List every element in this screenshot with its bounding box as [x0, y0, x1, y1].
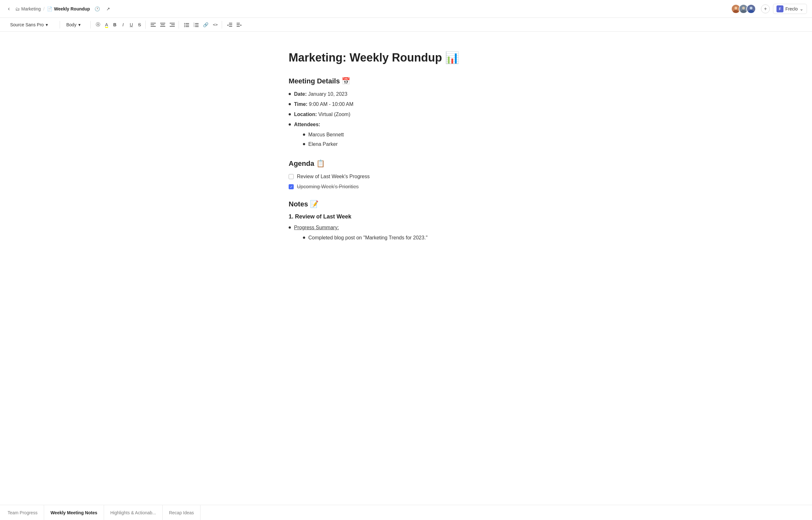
highlight-button[interactable]: A — [103, 21, 110, 29]
list-item: Elena Parker — [303, 140, 344, 148]
bold-button[interactable]: B — [111, 21, 119, 29]
tab-weekly-meeting-notes[interactable]: Weekly Meeting Notes — [44, 505, 104, 520]
list-item: Progress Summary: Completed blog post on… — [289, 224, 523, 243]
editor-area[interactable]: Marketing: Weekly Roundup 📊 Meeting Deta… — [0, 32, 812, 505]
review-subheading: 1. Review of Last Week — [289, 213, 523, 220]
link-button[interactable]: 🔗 — [201, 21, 210, 29]
topbar-right: + F Freclo ⌄ — [731, 4, 807, 14]
svg-rect-13 — [161, 24, 164, 25]
svg-rect-11 — [151, 26, 156, 27]
list-item-attendees: Attendees: Marcus Bennett Elena Parker — [289, 121, 523, 150]
breadcrumb-separator: / — [43, 6, 44, 11]
tab-recap-ideas[interactable]: Recap Ideas — [163, 505, 201, 520]
align-center-button[interactable] — [158, 21, 167, 29]
indent-group — [223, 21, 246, 29]
bullet-icon — [303, 237, 305, 239]
svg-point-4 — [742, 7, 745, 9]
back-button[interactable]: ‹ — [5, 4, 13, 13]
list-item: Marcus Bennett — [303, 131, 344, 138]
svg-rect-34 — [237, 23, 240, 23]
text-color-button[interactable]: Ⓐ — [94, 21, 102, 29]
checkbox-checked[interactable]: ✓ — [289, 184, 294, 189]
toolbar: Source Sans Pro ▾ Body ▾ Ⓐ A B I U S 1.2 — [0, 18, 812, 32]
tab-highlights-actionab[interactable]: Highlights & Actionab... — [104, 505, 163, 520]
bullet-icon — [289, 93, 291, 95]
bullet-icon — [289, 113, 291, 115]
bullet-icon — [289, 103, 291, 105]
svg-rect-27 — [195, 25, 199, 25]
agenda-item-unchecked: Review of Last Week's Progress — [289, 173, 523, 180]
svg-rect-23 — [185, 26, 189, 27]
add-user-button[interactable]: + — [761, 4, 770, 13]
unordered-list-button[interactable] — [182, 21, 191, 29]
history-button[interactable]: 🕐 — [93, 5, 102, 13]
document-title: Marketing: Weekly Roundup 📊 — [289, 51, 523, 64]
avatar-group — [731, 4, 756, 14]
italic-button[interactable]: I — [119, 21, 127, 29]
strikethrough-button[interactable]: S — [136, 21, 143, 29]
font-family-select[interactable]: Source Sans Pro ▾ — [7, 21, 58, 29]
tab-team-progress[interactable]: Team Progress — [5, 505, 44, 520]
list-item: Location: Virtual (Zoom) — [289, 111, 523, 118]
ordered-list-button[interactable]: 1.2.3. — [192, 21, 200, 29]
align-right-button[interactable] — [168, 21, 177, 29]
outdent-button[interactable] — [225, 21, 234, 29]
progress-items-list: Completed blog post on "Marketing Trends… — [294, 234, 428, 242]
notes-heading: Notes 📝 — [289, 200, 523, 208]
align-left-button[interactable] — [149, 21, 158, 29]
svg-text:3.: 3. — [194, 25, 195, 27]
svg-point-20 — [184, 24, 185, 25]
chevron-down-icon: ▾ — [78, 22, 81, 27]
agenda-list: Review of Last Week's Progress ✓ Upcomin… — [289, 173, 523, 190]
list-item: Time: 9:00 AM - 10:00 AM — [289, 101, 523, 108]
bullet-icon — [303, 143, 305, 145]
attendees-list: Marcus Bennett Elena Parker — [294, 131, 344, 148]
code-button[interactable]: <> — [211, 21, 220, 28]
list-item: Date: January 10, 2023 — [289, 90, 523, 98]
bullet-icon — [289, 123, 291, 126]
folder-icon: 🗂 — [15, 6, 20, 11]
meeting-details-list: Date: January 10, 2023 Time: 9:00 AM - 1… — [289, 90, 523, 150]
progress-summary-link[interactable]: Progress Summary: — [294, 225, 339, 230]
svg-rect-30 — [229, 23, 232, 23]
svg-rect-14 — [160, 26, 165, 27]
user-avatar: F — [777, 5, 783, 12]
list-item: Completed blog post on "Marketing Trends… — [303, 234, 428, 242]
bullet-icon — [303, 133, 305, 136]
svg-rect-9 — [151, 23, 156, 23]
doc-icon: 📄 — [47, 6, 52, 11]
checkbox-unchecked[interactable] — [289, 174, 294, 179]
underline-button[interactable]: U — [128, 21, 135, 29]
text-style-select[interactable]: Body ▾ — [63, 21, 88, 29]
list-group: 1.2.3. 🔗 <> — [180, 21, 222, 29]
svg-rect-10 — [151, 24, 154, 25]
share-button[interactable]: ↗ — [104, 5, 112, 13]
svg-marker-33 — [227, 24, 228, 26]
svg-rect-12 — [160, 23, 165, 23]
alignment-group — [147, 21, 179, 29]
svg-rect-25 — [195, 23, 199, 24]
agenda-heading: Agenda 📋 — [289, 159, 523, 168]
meeting-details-heading: Meeting Details 📅 — [289, 77, 523, 85]
svg-rect-29 — [195, 26, 199, 27]
svg-marker-37 — [240, 24, 242, 26]
text-format-group: Ⓐ A B I U S — [92, 21, 146, 29]
svg-rect-36 — [237, 26, 240, 27]
svg-rect-21 — [185, 25, 189, 25]
user-menu[interactable]: F Freclo ⌄ — [773, 4, 807, 14]
agenda-item-checked: ✓ Upcoming Week's Priorities — [289, 183, 523, 190]
svg-rect-19 — [185, 23, 189, 24]
breadcrumb-parent[interactable]: 🗂 Marketing — [15, 6, 41, 11]
indent-button[interactable] — [235, 21, 244, 29]
svg-rect-17 — [170, 26, 175, 27]
svg-rect-35 — [237, 24, 240, 25]
breadcrumb-current[interactable]: 📄 Weekly Roundup — [47, 6, 90, 11]
editor-content: Marketing: Weekly Roundup 📊 Meeting Deta… — [276, 32, 536, 271]
svg-rect-16 — [171, 24, 175, 25]
svg-point-22 — [184, 26, 185, 27]
bottom-tabs: Team Progress Weekly Meeting Notes Highl… — [0, 505, 812, 520]
chevron-down-icon: ▾ — [46, 22, 48, 27]
breadcrumb: ‹ 🗂 Marketing / 📄 Weekly Roundup 🕐 ↗ — [5, 4, 112, 13]
svg-point-1 — [735, 7, 737, 9]
svg-point-7 — [750, 7, 753, 9]
